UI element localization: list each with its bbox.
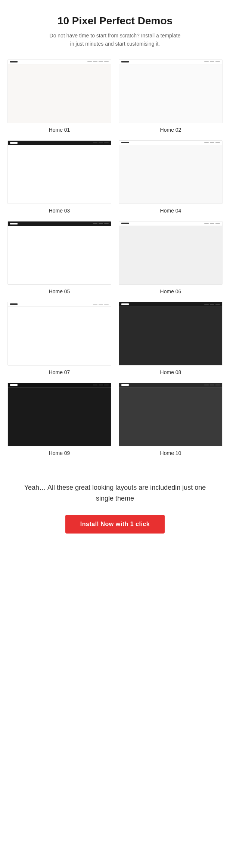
demo-thumb-home03[interactable]: The Blockbusters LOVE <box>7 140 111 204</box>
page-wrapper: 10 Pixel Perfect Demos Do not have time … <box>0 0 230 563</box>
demo-label-home05: Home 05 <box>49 288 70 294</box>
install-now-button[interactable]: Install Now with 1 click <box>65 515 165 534</box>
demo-item-home09[interactable]: MEN'S TRAINING <box>7 383 111 456</box>
demo-item-home08[interactable]: The Blockbusters Shop Now Home 08 <box>119 302 223 375</box>
demo-item-home07[interactable]: Shop with Instagram <box>7 302 111 375</box>
demo-label-home07: Home 07 <box>49 369 70 375</box>
page-subtitle: Do not have time to start from scratch? … <box>7 31 223 48</box>
demo-label-home09: Home 09 <box>49 450 70 456</box>
demo-label-home02: Home 02 <box>160 127 181 133</box>
demo-thumb-home04[interactable]: Living Room Furnishing Light $59.99 Kodo <box>119 140 223 204</box>
demo-item-home03[interactable]: The Blockbusters LOVE <box>7 140 111 214</box>
demo-label-home06: Home 06 <box>160 288 181 294</box>
demo-thumb-home02[interactable]: Living Room Furnishing Light $59.99 <box>119 59 223 123</box>
logo-02 <box>121 61 129 62</box>
demo-label-home10: Home 10 <box>160 450 181 456</box>
page-title: 10 Pixel Perfect Demos <box>7 15 223 27</box>
demo-item-home02[interactable]: Living Room Furnishing Light $59.99 Home… <box>119 59 223 133</box>
demo-item-home06[interactable]: Dresses Collection Fashion Dut... aner <box>119 221 223 294</box>
demo-thumb-home09[interactable]: MEN'S TRAINING <box>7 383 111 446</box>
demo-item-home01[interactable]: The Blockbusters Shop The New Collection… <box>7 59 111 133</box>
demo-item-home04[interactable]: Living Room Furnishing Light $59.99 Kodo <box>119 140 223 214</box>
demo-label-home04: Home 04 <box>160 208 181 214</box>
demo-item-home05[interactable]: Your Suede Sneakers starting from $99.99 <box>7 221 111 294</box>
demo-label-home03: Home 03 <box>49 208 70 214</box>
demos-grid: The Blockbusters Shop The New Collection… <box>7 59 223 456</box>
demo-thumb-home07[interactable]: Shop with Instagram <box>7 302 111 366</box>
demo-label-home08: Home 08 <box>160 369 181 375</box>
mock-nav-02 <box>119 60 222 64</box>
demo-thumb-home08[interactable]: The Blockbusters Shop Now <box>119 302 223 366</box>
demo-thumb-home01[interactable]: The Blockbusters Shop The New Collection <box>7 59 111 123</box>
demo-thumb-home05[interactable]: Your Suede Sneakers starting from $99.99 <box>7 221 111 285</box>
demo-label-home01: Home 01 <box>49 127 70 133</box>
header-section: 10 Pixel Perfect Demos Do not have time … <box>7 15 223 48</box>
logo-01 <box>10 61 18 62</box>
demo-thumb-home06[interactable]: Dresses Collection Fashion Dut... aner <box>119 221 223 285</box>
footer-section: Yeah… All these great looking layouts ar… <box>7 467 223 549</box>
footer-text: Yeah… All these great looking layouts ar… <box>15 482 215 504</box>
demo-thumb-home10[interactable]: KODO SHOP DRONE Buy The Best Drone For A… <box>119 383 223 446</box>
nav-links-01 <box>87 61 109 62</box>
demo-item-home10[interactable]: KODO SHOP DRONE Buy The Best Drone For A… <box>119 383 223 456</box>
mock-nav-01 <box>8 60 111 64</box>
